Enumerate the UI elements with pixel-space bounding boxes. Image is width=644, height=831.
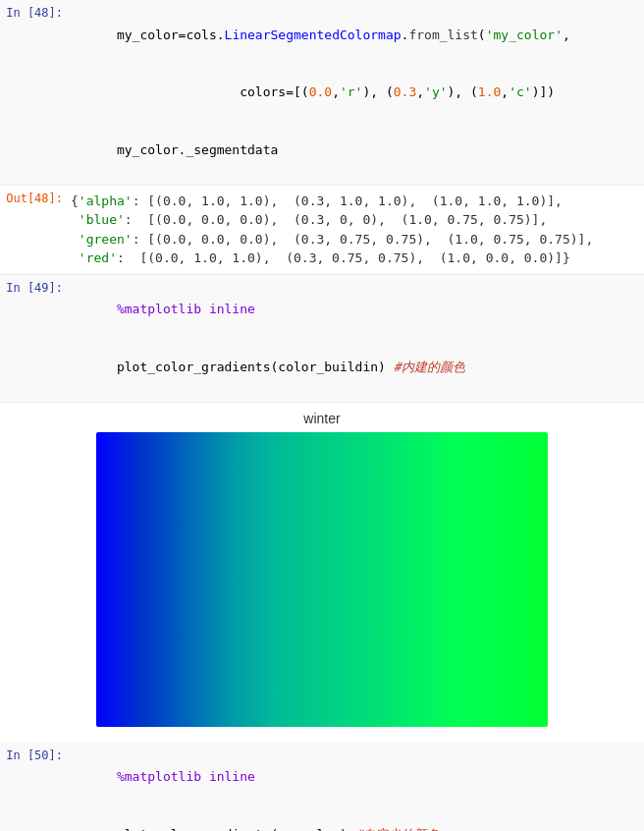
- cell-content-in48: my_color=cols.LinearSegmentedColormap.fr…: [71, 4, 644, 181]
- plot-winter-title: winter: [303, 411, 340, 426]
- cell-label-in48: In [48]:: [0, 4, 71, 181]
- cell-label-out48: Out[48]:: [0, 190, 71, 270]
- code-line-1: my_color=cols.LinearSegmentedColormap.fr…: [71, 6, 640, 64]
- winter-gradient-image: [96, 432, 548, 727]
- str3: 'c': [509, 84, 531, 99]
- code-line-50-2: plot_color_gradients(my_color) #自定义的颜色: [71, 805, 640, 831]
- class-name: LinearSegmentedColormap: [225, 28, 402, 42]
- num3: 1.0: [478, 84, 501, 99]
- code-line-3: my_color._segmentdata: [71, 121, 640, 179]
- output-text-48: {'alpha': [(0.0, 1.0, 1.0), (0.3, 1.0, 1…: [71, 192, 640, 268]
- code-line-2: colors=[(0.0,'r'), (0.3,'y'), (1.0,'c')]…: [71, 64, 640, 122]
- str1: 'r': [340, 84, 362, 99]
- cell-label-in49: In [49]:: [0, 279, 71, 398]
- magic-cmd: %matplotlib inline: [117, 302, 255, 316]
- cell-in-48: In [48]: my_color=cols.LinearSegmentedCo…: [0, 0, 644, 186]
- method-name: from_list: [408, 28, 477, 42]
- cell-content-out48: {'alpha': [(0.0, 1.0, 1.0), (0.3, 1.0, 1…: [71, 190, 644, 270]
- code-line-49-2: plot_color_gradients(color_buildin) #内建的…: [71, 338, 640, 396]
- code-line-49-1: %matplotlib inline: [71, 281, 640, 339]
- string-val: 'my_color': [486, 28, 563, 42]
- func-call: plot_color_gradients(color_buildin): [117, 360, 386, 374]
- func-call-50: plot_color_gradients(my_color): [117, 827, 348, 832]
- num2: 0.3: [394, 84, 416, 99]
- cell-content-in49: %matplotlib inline plot_color_gradients(…: [71, 279, 644, 398]
- comment-50: #自定义的颜色: [348, 827, 440, 832]
- cell-in-49: In [49]: %matplotlib inline plot_color_g…: [0, 275, 644, 403]
- num1: 0.0: [309, 84, 332, 99]
- str2: 'y': [424, 84, 447, 99]
- code-line-50-1: %matplotlib inline: [71, 748, 640, 806]
- comment-49: #内建的颜色: [386, 360, 465, 374]
- cell-out-48: Out[48]: {'alpha': [(0.0, 1.0, 1.0), (0.…: [0, 186, 644, 275]
- cell-in-50: In [50]: %matplotlib inline plot_color_g…: [0, 743, 644, 832]
- plot-winter-area: winter: [0, 403, 644, 743]
- var-name: my_color: [117, 28, 179, 42]
- magic-cmd-50: %matplotlib inline: [117, 769, 255, 784]
- cell-label-in50: In [50]:: [0, 747, 71, 832]
- cell-content-in50: %matplotlib inline plot_color_gradients(…: [71, 747, 644, 832]
